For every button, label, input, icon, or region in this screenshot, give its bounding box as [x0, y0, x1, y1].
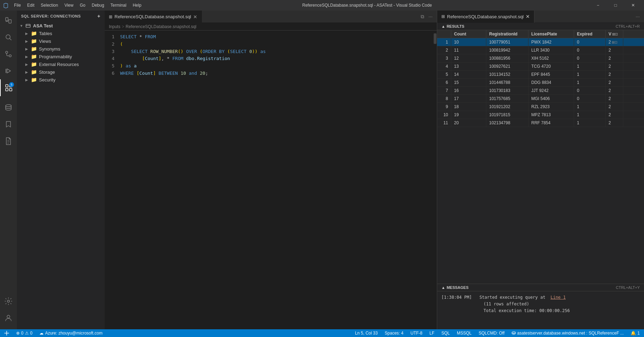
row-num: 5 [437, 71, 451, 78]
menu-edit[interactable]: Edit [24, 2, 37, 8]
menu-go[interactable]: Go [77, 2, 88, 8]
activity-search[interactable] [0, 29, 17, 46]
results-more-actions-button[interactable]: ··· [634, 12, 641, 21]
menu-file[interactable]: File [11, 2, 24, 8]
table-row[interactable]: 1 10 100779051 PWX 1842 0 2 ⊠⊡ [437, 38, 644, 46]
code-line-2: ( [120, 41, 433, 48]
status-git-icon[interactable] [3, 331, 11, 336]
menu-terminal[interactable]: Terminal [108, 2, 129, 8]
svg-point-3 [6, 51, 8, 53]
line-numbers: 1 2 3 4 5 6 [105, 33, 119, 326]
status-notifications[interactable]: 🔔 1 [629, 331, 641, 336]
scrollbar-thumb[interactable] [434, 33, 436, 44]
warning-icon: ⚠ [25, 331, 29, 336]
minimize-button[interactable]: − [590, 0, 606, 11]
tab-close-button[interactable]: ✕ [193, 14, 197, 20]
cell-v: 2 [606, 95, 623, 103]
svg-point-4 [9, 55, 11, 57]
server-label: asatestserver.database.windows.net : SQL… [517, 331, 624, 336]
results-table-header: Count RegistrationId LicensePlate Expire… [437, 30, 644, 38]
status-server[interactable]: asatestserver.database.windows.net : SQL… [510, 331, 625, 336]
folder-icon: 📁 [31, 54, 37, 59]
status-language[interactable]: SQL [440, 331, 451, 336]
code-content[interactable]: SELECT * FROM ( SELECT ROW_NUMBER() OVER… [119, 33, 433, 326]
results-tab[interactable]: ⊞ ReferenceSQLDatabase.snapshot.sql ✕ [437, 11, 534, 23]
add-connection-button[interactable]: + [97, 13, 100, 19]
activity-run[interactable] [0, 62, 17, 79]
chevron-right-icon: ▶ [25, 32, 31, 35]
activity-source-control[interactable] [0, 46, 17, 62]
table-row[interactable]: 2 11 100819942 LLR 3430 0 2 [437, 46, 644, 54]
code-editor[interactable]: 1 2 3 4 5 6 SELECT * FROM ( SELECT ROW_N… [105, 31, 437, 329]
breadcrumb-file[interactable]: ReferenceSQLDatabase.snapshot.sql [126, 24, 196, 29]
results-tab-close-button[interactable]: ✕ [526, 14, 530, 19]
activity-settings[interactable] [0, 293, 17, 310]
editor-scrollbar[interactable] [433, 33, 437, 326]
breadcrumb-inputs[interactable]: Inputs [109, 24, 120, 29]
folder-icon: 📁 [31, 31, 37, 36]
cell-expired: 1 [574, 71, 606, 78]
status-line-ending[interactable]: LF [428, 331, 436, 336]
status-position[interactable]: Ln 5, Col 33 [354, 331, 379, 336]
cell-v: 2 [606, 79, 623, 86]
menu-selection[interactable]: Selection [38, 2, 61, 8]
collapse-icon[interactable]: ▲ [441, 24, 445, 28]
table-row[interactable]: 9 18 101921202 RZL 2923 1 2 [437, 103, 644, 111]
sidebar-item-storage[interactable]: ▶ 📁 Storage [17, 68, 105, 76]
status-dialect[interactable]: MSSQL [455, 331, 473, 336]
table-row[interactable]: 8 17 101757685 MGI 5406 0 2 [437, 95, 644, 103]
status-bar: ⊗ 0 ⚠ 0 ☁ Azure: zhouyu@microsoft.com Ln… [0, 329, 644, 337]
status-errors[interactable]: ⊗ 0 ⚠ 0 [15, 331, 34, 336]
activity-documents[interactable] [0, 133, 17, 150]
svg-rect-8 [6, 88, 8, 91]
activity-explorer[interactable] [0, 12, 17, 29]
sidebar-item-external-resources[interactable]: ▶ 📁 External Resources [17, 60, 105, 68]
activity-bookmarks[interactable] [0, 116, 17, 133]
col-header-registrationid: RegistrationId [486, 30, 528, 38]
activity-extensions[interactable]: 5 [0, 79, 17, 96]
sidebar-item-tables[interactable]: ▶ 📁 Tables [17, 29, 105, 37]
messages-title-label: MESSAGES [447, 285, 468, 290]
row-num: 6 [437, 79, 451, 86]
code-line-3: SELECT ROW_NUMBER() OVER (ORDER BY (SELE… [120, 48, 433, 55]
status-azure[interactable]: ☁ Azure: zhouyu@microsoft.com [38, 331, 104, 336]
cell-regid: 100819942 [486, 46, 528, 54]
svg-point-10 [6, 105, 11, 107]
collapse-messages-icon[interactable]: ▲ [441, 285, 445, 290]
table-row[interactable]: 6 15 101446788 DDG 8834 1 2 [437, 79, 644, 87]
tree-root-asa[interactable]: ▼ ASA Test [17, 22, 105, 29]
status-spaces[interactable]: Spaces: 4 [383, 331, 405, 336]
editor-area: ⊞ ReferenceSQLDatabase.snapshot.sql ✕ ⧉ … [105, 11, 437, 329]
col-header-v: V ⊠⊡ [606, 30, 623, 38]
cell-plate: XIH 5162 [528, 54, 574, 62]
sidebar-item-programmability[interactable]: ▶ 📁 Programmability [17, 53, 105, 60]
table-row[interactable]: 10 19 101971815 MPZ 7813 1 2 [437, 111, 644, 119]
maximize-button[interactable]: □ [607, 0, 624, 11]
status-sqlcmd[interactable]: SQLCMD: Off [477, 331, 506, 336]
editor-tab-snapshot[interactable]: ⊞ ReferenceSQLDatabase.snapshot.sql ✕ [105, 11, 202, 23]
table-row[interactable]: 3 12 100881956 XIH 5162 0 2 [437, 54, 644, 62]
window-controls: − □ ✕ [590, 0, 641, 11]
message-line-link[interactable]: Line 1 [551, 295, 566, 300]
menu-view[interactable]: View [61, 2, 76, 8]
cell-v: 2 ⊠⊡ [606, 38, 623, 46]
messages-section: ▲ MESSAGES CTRL+ALT+Y [1:38:04 PM] Start… [437, 284, 644, 329]
sidebar-item-synonyms[interactable]: ▶ 📁 Synonyms [17, 45, 105, 53]
results-tab-actions: ··· [634, 14, 644, 19]
menu-debug[interactable]: Debug [89, 2, 107, 8]
table-row[interactable]: 4 13 100927621 TCG 4720 1 2 [437, 62, 644, 71]
activity-sql-server[interactable] [0, 99, 17, 116]
split-editor-button[interactable]: ⧉ [419, 12, 426, 21]
sidebar-item-security[interactable]: ▶ 📁 Security [17, 76, 105, 84]
sidebar-item-views[interactable]: ▶ 📁 Views [17, 37, 105, 45]
activity-account[interactable] [0, 310, 17, 326]
more-actions-button[interactable]: ··· [427, 12, 434, 21]
table-row[interactable]: 11 20 102134798 RRF 7854 1 2 [437, 119, 644, 127]
table-row[interactable]: 5 14 101134152 EPF 8445 1 2 [437, 71, 644, 79]
status-encoding[interactable]: UTF-8 [409, 331, 424, 336]
table-row[interactable]: 7 16 101730183 JJT 9242 0 2 [437, 87, 644, 95]
menu-help[interactable]: Help [130, 2, 144, 8]
results-shortcut: CTRL+ALT+R [616, 24, 640, 28]
close-button[interactable]: ✕ [625, 0, 641, 11]
col-header-count: Count [451, 30, 486, 38]
